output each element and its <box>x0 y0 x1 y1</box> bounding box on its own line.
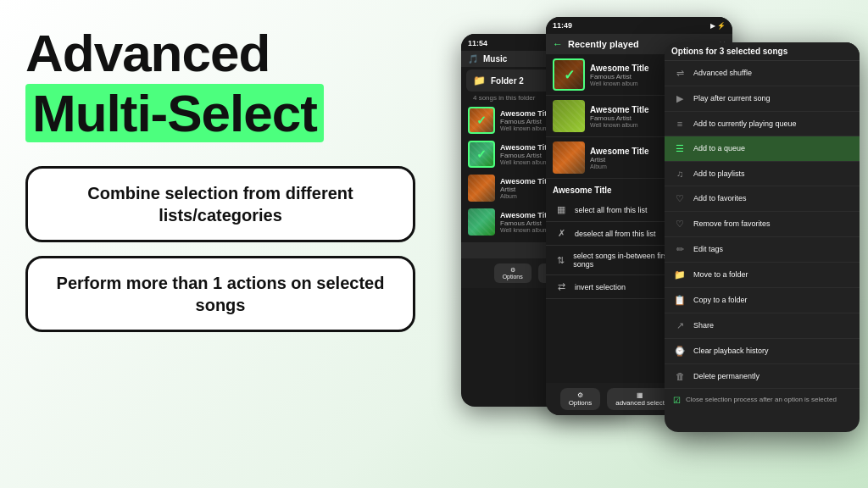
pf-label-add-favorites: Add to favorites <box>693 194 747 203</box>
pf-item-copy-folder[interactable]: 📋 Copy to a folder <box>665 288 860 313</box>
pb-check-2: ✓ <box>476 147 487 161</box>
pf-label-edit-tags: Edit tags <box>693 245 723 254</box>
pf-item-delete[interactable]: 🗑 Delete permanently <box>665 364 860 389</box>
pf-icon-add-queue: ☰ <box>673 143 687 154</box>
pf-footer-text: Close selection process after an option … <box>686 396 837 404</box>
pf-label-add-playlist: Add to playlists <box>693 169 745 179</box>
pm-thumb-3 <box>553 141 585 174</box>
pb-thumb-1: ✓ <box>468 107 495 134</box>
pm-menu-icon-2: ✗ <box>554 228 568 239</box>
pf-item-add-favorites[interactable]: ♡ Add to favorites <box>665 186 860 212</box>
pb-folder-name: Folder 2 <box>491 76 524 86</box>
pm-menu-label-4: invert selection <box>575 283 626 291</box>
pf-item-remove-favorites[interactable]: ♡ Remove from favorites <box>665 212 860 237</box>
pf-label-add-queue: Add to a queue <box>693 144 745 153</box>
pf-label-delete: Delete permanently <box>693 372 760 381</box>
pf-label-share: Share <box>693 321 714 330</box>
pf-icon-add-favorites: ♡ <box>673 193 687 204</box>
pf-item-add-playlist[interactable]: ♫ Add to playlists <box>665 162 860 186</box>
pb-music-icon: 🎵 <box>468 54 478 64</box>
pb-options-btn[interactable]: ⚙ Options <box>494 263 531 283</box>
pm-check-1: ✓ <box>554 60 583 89</box>
pm-back-icon[interactable]: ← <box>553 38 563 50</box>
pm-thumb-2 <box>553 100 585 132</box>
pf-label-copy-folder: Copy to a folder <box>693 296 748 305</box>
left-panel: Advanced Multi-Select Combine selection … <box>25 25 415 332</box>
pm-menu-icon-4: ⇄ <box>554 281 568 292</box>
pf-label-remove-favorites: Remove from favorites <box>693 219 771 229</box>
right-panel: 11:54 ▶ ⚡ 🎵 Music 📁 Folder 2 4 songs in … <box>444 0 868 488</box>
pf-item-edit-tags[interactable]: ✏ Edit tags <box>665 237 860 263</box>
pf-icon-shuffle: ⇌ <box>673 68 687 79</box>
phone-front: Options for 3 selected songs ⇌ Advanced … <box>665 42 860 432</box>
pf-icon-edit-tags: ✏ <box>673 244 687 255</box>
feature-box-2: Perform more than 1 actions on selected … <box>25 256 415 332</box>
pm-status-icons: ▶ ⚡ <box>710 22 726 30</box>
pf-item-add-queue[interactable]: ☰ Add to a queue <box>665 136 860 162</box>
pf-icon-delete: 🗑 <box>673 371 687 381</box>
pf-label-clear-history: Clear playback history <box>693 347 769 356</box>
pf-label-move-folder: Move to a folder <box>693 270 748 280</box>
pb-thumb-2: ✓ <box>468 141 495 168</box>
pf-label-play-after: Play after current song <box>693 94 771 103</box>
pf-icon-copy-folder: 📋 <box>673 295 687 306</box>
pf-icon-play-after: ▶ <box>673 93 687 104</box>
pf-icon-share: ↗ <box>673 320 687 331</box>
pf-header: Options for 3 selected songs <box>665 42 860 61</box>
pf-icon-clear-history: ⌚ <box>673 346 687 357</box>
pm-menu-label-1: select all from this list <box>575 206 648 214</box>
pm-menu-icon-1: ▦ <box>554 204 568 215</box>
pf-item-shuffle[interactable]: ⇌ Advanced shuffle <box>665 61 860 86</box>
feature-text-1: Combine selection from different lists/c… <box>48 182 392 226</box>
pm-header: 11:49 ▶ ⚡ <box>546 17 732 34</box>
pf-footer: ☑ Close selection process after an optio… <box>665 389 860 412</box>
pb-folder-icon: 📁 <box>473 75 486 86</box>
pm-thumb-1: ✓ <box>553 58 585 91</box>
pb-thumb-4 <box>468 208 495 236</box>
pf-item-play-after[interactable]: ▶ Play after current song <box>665 86 860 112</box>
pm-options-btn[interactable]: ⚙ Options <box>560 388 601 410</box>
pf-footer-check-icon: ☑ <box>673 396 681 405</box>
pf-label-add-queue-playing: Add to currently playing queue <box>693 119 797 129</box>
pm-menu-label-2: deselect all from this list <box>575 230 656 238</box>
pf-item-clear-history[interactable]: ⌚ Clear playback history <box>665 339 860 364</box>
pb-music-label: Music <box>483 54 507 64</box>
pf-item-move-folder[interactable]: 📁 Move to a folder <box>665 263 860 288</box>
pm-advanced-btn[interactable]: ▦ advanced select <box>607 388 673 410</box>
pf-item-add-queue-playing[interactable]: ≡ Add to currently playing queue <box>665 112 860 136</box>
feature-box-1: Combine selection from different lists/c… <box>25 166 415 242</box>
pm-menu-icon-3: ⇅ <box>554 255 566 266</box>
pf-icon-add-queue-playing: ≡ <box>673 119 687 129</box>
pf-icon-remove-favorites: ♡ <box>673 219 687 230</box>
pf-item-share[interactable]: ↗ Share <box>665 313 860 339</box>
pf-label-shuffle: Advanced shuffle <box>693 69 752 78</box>
pb-thumb-3 <box>468 175 495 202</box>
heading-line2: Multi-Select <box>25 84 324 142</box>
heading-line1: Advanced <box>25 25 415 80</box>
pf-icon-add-playlist: ♫ <box>673 169 687 179</box>
pb-check-1: ✓ <box>476 114 487 127</box>
feature-text-2: Perform more than 1 actions on selected … <box>48 272 392 316</box>
pb-time: 11:54 <box>468 39 487 47</box>
pm-time: 11:49 <box>553 21 572 30</box>
pf-icon-move-folder: 📁 <box>673 269 687 280</box>
